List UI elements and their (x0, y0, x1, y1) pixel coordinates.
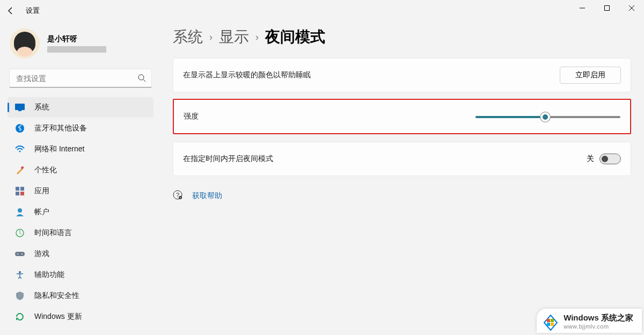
svg-rect-27 (551, 323, 554, 326)
accessibility-icon (15, 270, 25, 280)
svg-rect-17 (15, 252, 25, 256)
update-icon (15, 312, 25, 322)
breadcrumb-system[interactable]: 系统 (173, 27, 203, 47)
row-label: 在显示器上显示较暖的颜色以帮助睡眠 (183, 70, 311, 80)
main-content: 系统 › 显示 › 夜间模式 在显示器上显示较暖的颜色以帮助睡眠 立即启用 强度… (173, 27, 631, 201)
nav-item-apps[interactable]: 应用 (8, 181, 153, 201)
card-strength: 强度 (173, 99, 631, 134)
svg-point-4 (138, 75, 144, 80)
svg-rect-1 (605, 6, 610, 11)
back-button[interactable] (0, 0, 21, 21)
svg-rect-13 (16, 192, 19, 195)
breadcrumb-display[interactable]: 显示 (219, 27, 249, 47)
nav-label: Windows 更新 (34, 312, 82, 322)
apps-icon (15, 186, 25, 196)
sidebar: 是小轩呀 系统 蓝牙和其他设备 网络和 Internet 个性化 应用 (5, 24, 156, 327)
svg-rect-12 (20, 187, 24, 191)
svg-line-5 (143, 79, 145, 82)
close-icon (629, 5, 634, 11)
system-icon (15, 103, 25, 112)
nav-label: 应用 (34, 186, 49, 196)
slider-fill (475, 116, 545, 118)
svg-point-19 (21, 253, 23, 254)
nav-item-accounts[interactable]: 帐户 (8, 202, 153, 222)
maximize-button[interactable] (595, 0, 619, 16)
nav-item-privacy[interactable]: 隐私和安全性 (8, 286, 153, 306)
profile-info: 是小轩呀 (47, 34, 106, 53)
toggle-knob (602, 156, 608, 162)
watermark: Windows 系统之家 www.bjjmlv.com (537, 309, 642, 333)
watermark-title: Windows 系统之家 (564, 313, 633, 323)
nav-item-update[interactable]: Windows 更新 (8, 307, 153, 327)
app-title: 设置 (26, 6, 40, 16)
search-input[interactable] (10, 69, 151, 88)
breadcrumb: 系统 › 显示 › 夜间模式 (173, 27, 631, 47)
nav-label: 网络和 Internet (34, 144, 84, 154)
svg-rect-11 (16, 187, 19, 191)
nav-label: 游戏 (34, 249, 49, 259)
nav-label: 帐户 (34, 207, 49, 217)
card-schedule: 在指定时间内开启夜间模式 关 (173, 142, 631, 176)
row-label: 在指定时间内开启夜间模式 (183, 154, 273, 164)
svg-rect-6 (15, 104, 25, 110)
breadcrumb-current: 夜间模式 (265, 27, 325, 47)
svg-point-15 (18, 208, 22, 213)
person-icon (15, 207, 25, 217)
gamepad-icon (15, 249, 25, 259)
nav-item-accessibility[interactable]: 辅助功能 (8, 265, 153, 285)
chevron-right-icon: › (255, 32, 259, 43)
get-help-link[interactable]: 获取帮助 (192, 191, 222, 201)
nav-label: 隐私和安全性 (34, 291, 79, 301)
nav-label: 系统 (34, 103, 49, 112)
clock-globe-icon (15, 228, 25, 238)
minimize-button[interactable] (570, 0, 595, 16)
svg-point-18 (17, 253, 18, 254)
profile-email-redacted (47, 46, 106, 53)
strength-slider-wrap (475, 111, 620, 122)
wifi-icon (15, 144, 25, 154)
brush-icon (15, 165, 25, 175)
title-bar: 设置 (0, 0, 644, 21)
slider-thumb[interactable] (540, 112, 550, 122)
turn-on-now-button[interactable]: 立即启用 (560, 67, 621, 84)
arrow-left-icon (6, 6, 15, 15)
nav-item-time-language[interactable]: 时间和语言 (8, 223, 153, 243)
toggle-state-label: 关 (587, 154, 594, 164)
bluetooth-icon (15, 123, 25, 133)
nav-item-bluetooth[interactable]: 蓝牙和其他设备 (8, 118, 153, 139)
windows-logo-icon (542, 314, 559, 331)
nav-item-gaming[interactable]: 游戏 (8, 244, 153, 264)
card-turn-on-now: 在显示器上显示较暖的颜色以帮助睡眠 立即启用 (173, 58, 631, 92)
minimize-icon (580, 5, 585, 11)
help-icon: ? (173, 190, 182, 201)
schedule-toggle[interactable] (599, 154, 621, 164)
avatar (10, 28, 40, 59)
svg-rect-7 (18, 110, 21, 111)
profile-name: 是小轩呀 (47, 34, 106, 44)
nav-label: 个性化 (34, 165, 57, 175)
maximize-icon (604, 5, 610, 11)
shield-icon (15, 291, 25, 301)
nav-item-network[interactable]: 网络和 Internet (8, 139, 153, 159)
svg-rect-14 (20, 192, 24, 195)
watermark-sub: www.bjjmlv.com (564, 323, 633, 330)
strength-slider[interactable] (475, 111, 620, 122)
row-label: 强度 (184, 112, 199, 121)
svg-point-20 (19, 271, 21, 273)
search-icon (137, 74, 146, 84)
nav-list: 系统 蓝牙和其他设备 网络和 Internet 个性化 应用 帐户 时间和语言 (5, 97, 156, 327)
nav-label: 时间和语言 (34, 228, 72, 238)
window-controls (570, 0, 644, 16)
nav-label: 辅助功能 (34, 270, 64, 280)
chevron-right-icon: › (209, 32, 213, 43)
svg-rect-26 (547, 323, 550, 326)
svg-rect-25 (551, 319, 554, 322)
nav-item-system[interactable]: 系统 (8, 97, 153, 118)
help-row: ? 获取帮助 (173, 190, 631, 201)
search-box (10, 69, 151, 88)
nav-item-personalization[interactable]: 个性化 (8, 160, 153, 180)
nav-label: 蓝牙和其他设备 (34, 123, 87, 133)
close-button[interactable] (619, 0, 644, 16)
svg-rect-24 (547, 319, 550, 322)
profile-card[interactable]: 是小轩呀 (5, 24, 156, 69)
